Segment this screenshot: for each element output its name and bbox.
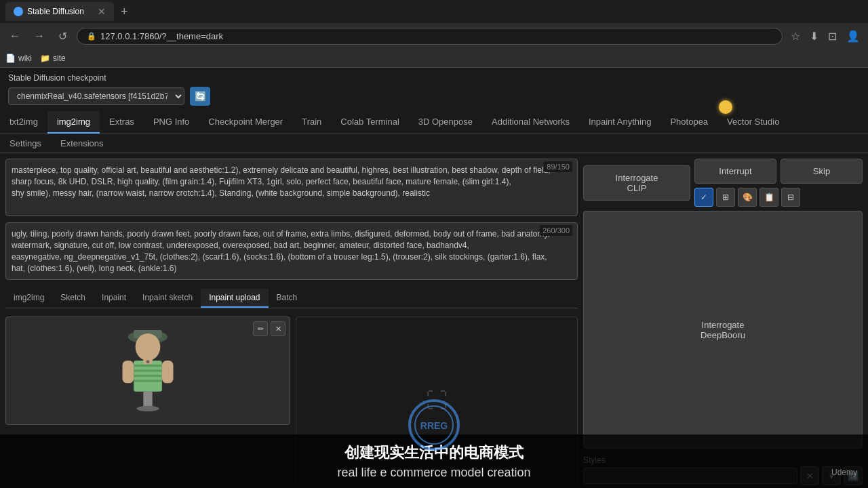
positive-prompt-counter: 89/150	[544, 161, 572, 172]
browser-chrome: Stable Diffusion ✕ + ← → ↺ 🔒 127.0.0.1:7…	[0, 0, 868, 68]
sub-tab-sketch[interactable]: Sketch	[52, 289, 94, 308]
skip-button[interactable]: Skip	[781, 159, 863, 184]
svg-rect-6	[134, 375, 162, 377]
sub-tab-inpaint-upload[interactable]: Inpaint upload	[201, 289, 268, 308]
back-button[interactable]: ←	[5, 27, 24, 45]
bookmark-wiki[interactable]: 📄 wiki	[5, 54, 32, 63]
image-edit-button[interactable]: ✏	[253, 321, 268, 336]
site-icon: 📁	[40, 54, 50, 63]
tab-img2img[interactable]: img2img	[47, 111, 100, 134]
image-edit-icons: ✏ ✕	[253, 321, 285, 336]
lock-icon: 🔒	[87, 32, 96, 41]
tab-additional-networks[interactable]: Additional Networks	[482, 111, 579, 134]
style-icon-check[interactable]: ✓	[694, 188, 713, 207]
svg-rect-5	[134, 370, 162, 372]
bookmarks-bar: 📄 wiki 📁 site	[0, 49, 868, 68]
tab-extensions[interactable]: Extensions	[51, 134, 113, 152]
nav-tabs-row2: Settings Extensions	[0, 134, 868, 153]
active-tab[interactable]: Stable Diffusion ✕	[5, 2, 114, 21]
action-buttons-row: InterrogateCLIP Interrupt Skip ✓ ⊞ 🎨 📋 ⊟	[583, 159, 863, 207]
tab-3d-openpose[interactable]: 3D Openpose	[409, 111, 482, 134]
download-button[interactable]: ⬇	[807, 27, 821, 45]
overlay-english-text: real life e commerce model creation	[8, 466, 860, 480]
negative-prompt-input[interactable]: ugly, tiling, poorly drawn hands, poorly…	[5, 222, 578, 280]
sub-tab-batch[interactable]: Batch	[269, 289, 306, 308]
new-tab-button[interactable]: +	[117, 5, 132, 19]
tab-bar: Stable Diffusion ✕ +	[0, 0, 868, 23]
interrogate-deepbooru-button[interactable]: InterrogateDeepBooru	[583, 211, 863, 449]
tab-png-info[interactable]: PNG Info	[144, 111, 199, 134]
sub-tab-img2img[interactable]: img2img	[5, 289, 52, 308]
forward-button[interactable]: →	[30, 27, 49, 45]
image-close-button[interactable]: ✕	[271, 321, 285, 336]
interrogate-clip-button[interactable]: InterrogateCLIP	[583, 165, 690, 201]
mannequin-image	[94, 320, 202, 422]
svg-text:RREG: RREG	[420, 420, 448, 431]
tab-favicon	[14, 7, 23, 16]
tab-vector-studio[interactable]: Vector Studio	[717, 111, 789, 134]
tab-extras[interactable]: Extras	[100, 111, 144, 134]
wiki-icon: 📄	[5, 54, 16, 63]
positive-prompt-input[interactable]: masterpiece, top quality, official art, …	[5, 159, 578, 216]
input-image-container[interactable]: ✏ ✕	[5, 317, 290, 425]
negative-prompt-container: ugly, tiling, poorly drawn hands, poorly…	[5, 222, 578, 282]
tab-title: Stable Diffusion	[27, 7, 84, 16]
tab-close-button[interactable]: ✕	[98, 6, 106, 17]
tab-photopea[interactable]: Photopea	[660, 111, 717, 134]
sub-tab-inpaint-sketch[interactable]: Inpaint sketch	[134, 289, 201, 308]
style-icon-layers[interactable]: ⊟	[781, 188, 800, 207]
site-label: site	[53, 54, 66, 63]
tab-colab-terminal[interactable]: Colab Terminal	[331, 111, 408, 134]
sub-tab-inpaint[interactable]: Inpaint	[94, 289, 134, 308]
center-watermark: RREG	[407, 398, 461, 454]
profile-button[interactable]: 👤	[844, 27, 863, 45]
interrupt-button[interactable]: Interrupt	[694, 159, 776, 184]
checkpoint-label: Stable Diffusion checkpoint	[8, 73, 860, 83]
extensions-button[interactable]: ⊡	[825, 27, 840, 45]
svg-point-2	[136, 333, 161, 361]
svg-rect-7	[134, 380, 162, 382]
bookmark-site[interactable]: 📁 site	[40, 54, 66, 63]
checkpoint-select[interactable]: chenmixReal_v40.safetensors [f4151d2b7b]	[8, 87, 184, 105]
tab-settings[interactable]: Settings	[0, 134, 51, 152]
bookmark-button[interactable]: ☆	[788, 27, 803, 45]
url-text: 127.0.0.1:7860/?__theme=dark	[100, 31, 223, 41]
svg-point-11	[146, 361, 150, 364]
negative-prompt-counter: 260/300	[540, 225, 572, 236]
style-icon-paint[interactable]: 🎨	[738, 188, 757, 207]
toolbar-icons: ☆ ⬇ ⊡ 👤	[788, 27, 863, 45]
svg-rect-9	[162, 361, 174, 383]
udemy-label: Udemy	[831, 468, 857, 477]
app-header: Stable Diffusion checkpoint chenmixReal_…	[0, 68, 868, 106]
style-icon-grid[interactable]: ⊞	[716, 188, 735, 207]
checkpoint-row: chenmixReal_v40.safetensors [f4151d2b7b]…	[8, 87, 860, 106]
video-overlay: RREG 创建现实生活中的电商模式 real life e commerce m…	[0, 434, 868, 488]
tab-train[interactable]: Train	[292, 111, 331, 134]
address-bar: ← → ↺ 🔒 127.0.0.1:7860/?__theme=dark ☆ ⬇…	[0, 23, 868, 49]
svg-point-13	[136, 406, 159, 411]
sub-tabs: img2img Sketch Inpaint Inpaint sketch In…	[5, 289, 578, 308]
style-icon-copy[interactable]: 📋	[760, 188, 778, 207]
tab-checkpoint-merger[interactable]: Checkpoint Merger	[199, 111, 292, 134]
cursor-indicator	[719, 100, 732, 114]
checkpoint-refresh-button[interactable]: 🔄	[190, 87, 210, 106]
wiki-label: wiki	[18, 54, 32, 63]
url-bar[interactable]: 🔒 127.0.0.1:7860/?__theme=dark	[77, 28, 783, 45]
svg-rect-4	[134, 365, 162, 367]
svg-rect-8	[123, 361, 134, 383]
refresh-button[interactable]: ↺	[54, 27, 71, 45]
style-icons-row: ✓ ⊞ 🎨 📋 ⊟	[694, 188, 863, 207]
main-nav-tabs: txt2img img2img Extras PNG Info Checkpoi…	[0, 111, 868, 134]
tab-txt2img[interactable]: txt2img	[0, 111, 47, 134]
tab-inpaint-anything[interactable]: Inpaint Anything	[579, 111, 661, 134]
positive-prompt-container: masterpiece, top quality, official art, …	[5, 159, 578, 218]
